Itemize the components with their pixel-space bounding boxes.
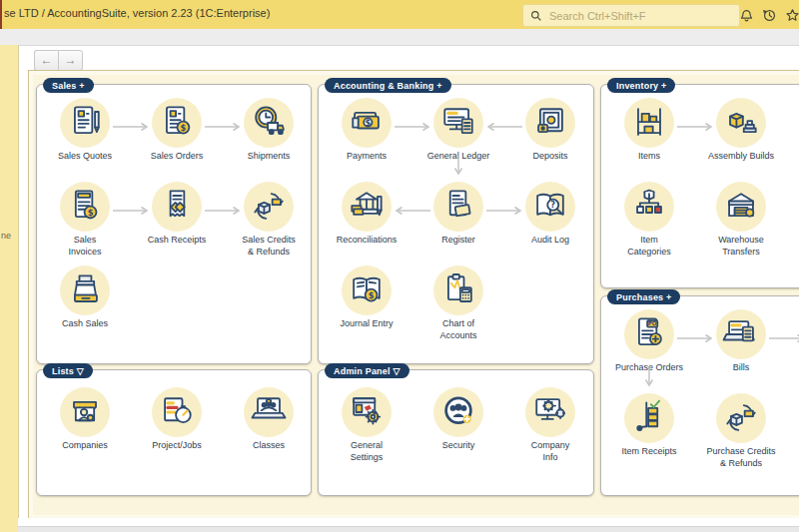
tile-label: Payments: [321, 151, 412, 163]
svg-text:$: $: [369, 290, 375, 300]
tile-label: Project/Jobs: [131, 440, 223, 452]
collapsed-sidebar[interactable]: ne: [0, 45, 19, 532]
flow-arrow-right: [484, 202, 524, 220]
tile-companies[interactable]: Companies: [39, 387, 131, 452]
svg-text:$: $: [366, 118, 372, 128]
bell-icon[interactable]: [735, 4, 757, 26]
history-icon[interactable]: [758, 4, 780, 26]
tile-label: Shipments: [223, 151, 315, 163]
svg-text:PO: PO: [648, 320, 657, 326]
forward-button[interactable]: →: [58, 50, 83, 71]
assembly-builds-icon: [716, 98, 766, 148]
tile-security[interactable]: Security: [412, 387, 504, 452]
tile-label: Items: [603, 151, 695, 163]
tile-company-info[interactable]: Company Info: [504, 387, 596, 463]
tile-label: Company Info: [504, 440, 596, 463]
flow-arrow-right: [203, 202, 243, 220]
tile-cash-sales[interactable]: Cash Sales: [39, 266, 131, 330]
purchase-orders-icon: PO: [624, 309, 674, 359]
window-title: se LTD / AccountingSuite, version 2.23 (…: [4, 7, 270, 19]
journal-entry-icon: $: [342, 266, 392, 315]
tile-classes[interactable]: Classes: [223, 387, 315, 452]
titlebar: se LTD / AccountingSuite, version 2.23 (…: [0, 0, 799, 30]
bottom-gap: [18, 518, 799, 526]
companies-icon: [60, 387, 110, 437]
sales-credits-refunds-icon: [244, 182, 294, 232]
items-icon: [624, 98, 674, 148]
svg-text:$: $: [181, 123, 187, 133]
company-info-icon: [525, 387, 575, 437]
flow-arrow-right: [111, 202, 151, 220]
search-input[interactable]: [547, 9, 721, 23]
deposits-icon: [525, 98, 575, 148]
flow-arrow-down: [644, 365, 654, 393]
flow-arrow-right: [675, 329, 715, 347]
tile-label: Audit Log: [504, 235, 596, 247]
tile-purchase-credits-refunds[interactable]: Purchase Credits & Refunds: [695, 393, 787, 469]
tile-label: Companies: [39, 440, 131, 452]
flow-arrow-left: [484, 118, 524, 136]
tile-warehouse-transfers[interactable]: Warehouse Transfers: [695, 182, 787, 258]
general-ledger-icon: [433, 98, 483, 148]
tile-label: Deposits: [504, 151, 596, 163]
tile-general-settings[interactable]: General Settings: [321, 387, 412, 463]
classes-icon: [244, 387, 294, 437]
panel-badge-admin[interactable]: Admin Panel ▽: [325, 363, 409, 378]
flow-arrow-right: [675, 118, 715, 136]
tile-label: Assembly Builds: [695, 151, 787, 163]
tile-item-receipts[interactable]: Item Receipts: [603, 393, 695, 458]
panel-badge-sales[interactable]: Sales +: [43, 78, 94, 93]
register-icon: [433, 182, 483, 232]
panel-sales: Sales +Sales Quotes$Sales OrdersShipment…: [36, 84, 312, 364]
tile-label: Sales Orders: [131, 151, 223, 163]
tile-sales-credits-refunds[interactable]: Sales Credits & Refunds: [223, 182, 315, 258]
tile-journal-entry[interactable]: $Journal Entry: [321, 266, 412, 330]
tile-sales-invoices[interactable]: $Sales Invoices: [39, 182, 131, 258]
flow-arrow-right: [767, 329, 799, 347]
tile-label: Classes: [223, 440, 315, 452]
tile-label: Sales Quotes: [39, 151, 131, 163]
svg-text:?: ?: [550, 200, 555, 210]
panel-badge-accounting[interactable]: Accounting & Banking +: [325, 78, 451, 93]
back-button[interactable]: ←: [34, 50, 58, 71]
tile-label: Purchase Credits & Refunds: [695, 446, 787, 469]
panel-inventory: Inventory +ItemsAssembly BuildsItem Cate…: [600, 84, 799, 288]
tile-label: Item Receipts: [603, 446, 695, 458]
tile-label: Warehouse Transfers: [695, 235, 787, 258]
flow-arrow-down: [453, 154, 463, 182]
panel-accounting: Accounting & Banking +$PaymentsGeneral L…: [318, 84, 594, 364]
tile-label: Register: [412, 235, 504, 247]
favorites-star-icon[interactable]: [781, 4, 799, 26]
general-settings-icon: [342, 387, 392, 437]
chart-of-accounts-icon: [433, 266, 483, 315]
flow-arrow-left: [393, 202, 432, 220]
project-jobs-icon: [152, 387, 202, 437]
panel-lists: Lists ▽CompaniesProject/JobsClasses: [36, 369, 312, 496]
tile-label: Cash Sales: [39, 318, 131, 330]
app-window: se LTD / AccountingSuite, version 2.23 (…: [0, 0, 799, 532]
panel-badge-inventory[interactable]: Inventory +: [607, 78, 675, 93]
sales-invoices-icon: $: [60, 182, 110, 232]
panel-badge-purchases[interactable]: Purchases +: [607, 289, 680, 304]
flow-arrow-right: [111, 118, 151, 136]
tile-label: Chart of Accounts: [412, 318, 504, 341]
tile-project-jobs[interactable]: Project/Jobs: [131, 387, 223, 452]
tile-label: Bills: [695, 362, 787, 374]
item-receipts-icon: [624, 393, 674, 443]
payments-icon: $: [342, 98, 392, 148]
tile-label: Journal Entry: [321, 318, 412, 330]
flow-arrow-right: [203, 118, 243, 136]
shipments-icon: [244, 98, 294, 148]
panel-admin: Admin Panel ▽General SettingsSecurityCom…: [318, 369, 594, 496]
flow-arrow-right: [393, 118, 432, 136]
tile-label: Reconciliations: [321, 235, 412, 247]
tile-label: Sales Invoices: [39, 235, 131, 258]
bills-icon: [716, 309, 766, 359]
panel-badge-lists[interactable]: Lists ▽: [43, 363, 93, 378]
reconciliations-icon: [342, 182, 392, 232]
tile-item-categories[interactable]: Item Categories: [603, 182, 695, 258]
tile-label: Security: [412, 440, 504, 452]
titlebar-left-accent: [0, 0, 2, 29]
tile-chart-of-accounts[interactable]: Chart of Accounts: [412, 266, 504, 341]
tile-label: General Settings: [321, 440, 412, 463]
